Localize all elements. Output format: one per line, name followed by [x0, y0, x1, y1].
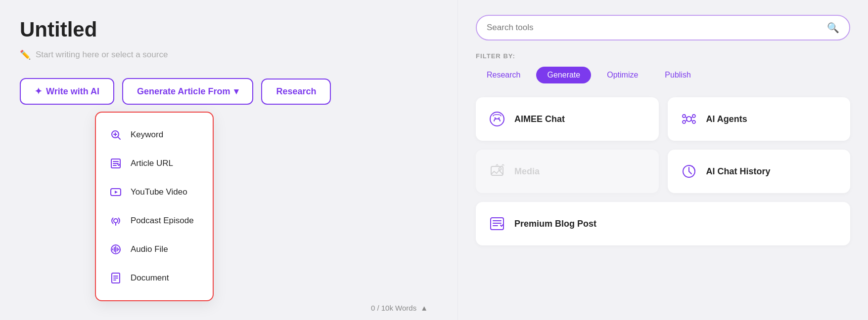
- youtube-label: YouTube Video: [131, 187, 187, 197]
- tool-card-media: Media: [476, 150, 659, 193]
- filter-tabs: Research Generate Optimize Publish: [476, 67, 850, 83]
- ai-agents-icon: [680, 111, 698, 127]
- audio-icon: [109, 242, 123, 256]
- generate-article-button[interactable]: Generate Article From ▾: [122, 78, 253, 105]
- subtitle-row: ✏️ Start writing here or select a source: [20, 49, 438, 60]
- svg-point-26: [683, 115, 685, 118]
- right-panel: 🔍 FILTER BY: Research Generate Optimize …: [457, 0, 868, 320]
- svg-point-10: [114, 219, 118, 223]
- dropdown-item-youtube[interactable]: YouTube Video: [96, 178, 213, 206]
- write-ai-button[interactable]: ✦ Write with AI: [20, 78, 114, 105]
- svg-point-27: [692, 115, 695, 118]
- svg-point-35: [499, 168, 502, 170]
- generate-dropdown-menu: Keyword Article URL: [95, 112, 214, 301]
- filter-tab-generate[interactable]: Generate: [536, 67, 591, 83]
- filter-tab-publish[interactable]: Publish: [654, 67, 701, 83]
- keyword-icon: [109, 128, 123, 142]
- dropdown-item-audio[interactable]: Audio File: [96, 235, 213, 264]
- article-url-label: Article URL: [131, 159, 173, 168]
- svg-marker-9: [115, 191, 118, 194]
- podcast-icon: [109, 214, 123, 228]
- audio-label: Audio File: [131, 244, 168, 254]
- filter-tab-research[interactable]: Research: [476, 67, 531, 83]
- svg-line-1: [118, 137, 120, 139]
- svg-point-24: [499, 118, 500, 119]
- ai-chat-history-icon: [680, 163, 698, 179]
- dropdown-item-keyword[interactable]: Keyword: [96, 120, 213, 149]
- search-icon: 🔍: [827, 22, 839, 34]
- left-panel: Untitled ✏️ Start writing here or select…: [0, 0, 457, 320]
- svg-point-23: [495, 118, 496, 119]
- dropdown-item-document[interactable]: Document: [96, 264, 213, 292]
- chevron-down-icon: ▾: [234, 86, 238, 97]
- page-title: Untitled: [20, 18, 438, 41]
- dropdown-item-podcast[interactable]: Podcast Episode: [96, 206, 213, 235]
- search-bar: 🔍: [476, 15, 850, 40]
- dropdown-item-article-url[interactable]: Article URL: [96, 149, 213, 178]
- research-label: Research: [276, 86, 316, 97]
- document-icon: [109, 271, 123, 285]
- word-count-bar: 0 / 10k Words ▲: [371, 304, 428, 312]
- generate-label: Generate Article From: [137, 86, 230, 97]
- document-label: Document: [131, 273, 169, 283]
- sparkle-icon: ✦: [35, 86, 42, 97]
- aimee-chat-label: AIMEE Chat: [514, 114, 565, 124]
- svg-point-28: [683, 120, 685, 123]
- media-label: Media: [514, 166, 540, 177]
- research-button[interactable]: Research: [261, 79, 331, 105]
- keyword-label: Keyword: [131, 130, 163, 140]
- tool-card-ai-chat-history[interactable]: AI Chat History: [668, 150, 851, 193]
- tool-grid: AIMEE Chat AI Agents: [476, 97, 850, 245]
- search-input[interactable]: [487, 23, 827, 33]
- media-icon: [488, 163, 506, 179]
- podcast-label: Podcast Episode: [131, 216, 194, 226]
- svg-point-29: [692, 120, 695, 123]
- filter-label: FILTER BY:: [476, 52, 850, 60]
- chevron-up-icon: ▲: [420, 304, 428, 312]
- youtube-icon: [109, 185, 123, 199]
- write-ai-label: Write with AI: [46, 86, 99, 97]
- pencil-icon: ✏️: [20, 49, 31, 60]
- ai-chat-history-label: AI Chat History: [706, 166, 771, 177]
- word-count-text: 0 / 10k Words: [371, 304, 416, 312]
- premium-blog-icon: [488, 216, 506, 232]
- svg-point-25: [686, 117, 691, 121]
- tool-card-premium-blog[interactable]: Premium Blog Post: [476, 202, 850, 245]
- tool-card-ai-agents[interactable]: AI Agents: [668, 97, 851, 141]
- toolbar-row: ✦ Write with AI Generate Article From ▾ …: [20, 78, 438, 105]
- subtitle-text: Start writing here or select a source: [36, 50, 168, 60]
- filter-tab-optimize[interactable]: Optimize: [596, 67, 649, 83]
- tool-card-aimee-chat[interactable]: AIMEE Chat: [476, 97, 659, 141]
- aimee-chat-icon: [488, 111, 506, 127]
- ai-agents-label: AI Agents: [706, 114, 747, 124]
- premium-blog-label: Premium Blog Post: [514, 219, 596, 229]
- article-url-icon: [109, 157, 123, 170]
